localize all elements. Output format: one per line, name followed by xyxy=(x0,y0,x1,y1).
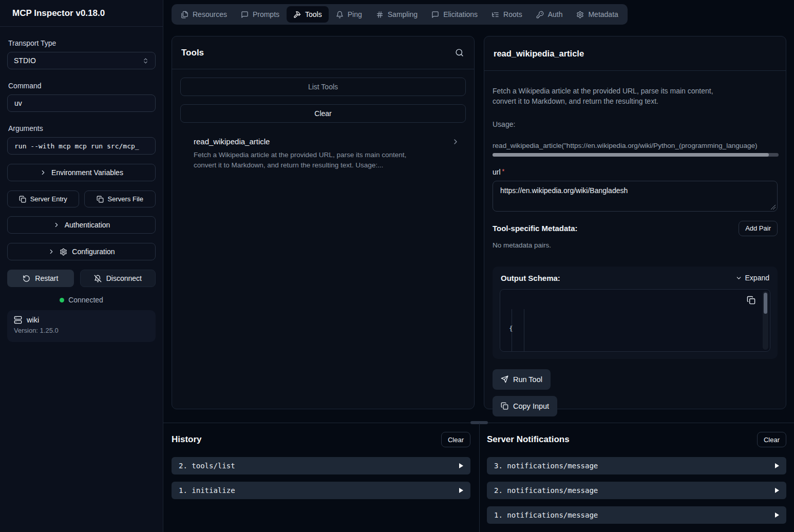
authentication-button[interactable]: Authentication xyxy=(7,216,156,234)
vertical-split-divider xyxy=(479,423,480,532)
notification-row[interactable]: 3. notifications/message xyxy=(487,457,786,474)
usage-label: Usage: xyxy=(493,120,778,128)
copy-icon xyxy=(97,196,104,203)
play-icon xyxy=(459,463,463,468)
arguments-label: Arguments xyxy=(8,124,155,132)
code-line: { xyxy=(509,322,749,335)
clear-notifications-button[interactable]: Clear xyxy=(757,432,786,447)
hammer-icon xyxy=(293,11,301,18)
output-schema-card: Output Schema: Expand { type: "object" p… xyxy=(493,267,778,359)
disconnect-button[interactable]: Disconnect xyxy=(80,270,156,287)
notification-row[interactable]: 2. notifications/message xyxy=(487,482,786,499)
transport-type-select[interactable]: STDIO xyxy=(7,52,156,69)
tool-description: Fetch a Wikipedia article at the provide… xyxy=(194,150,431,171)
copy-icon xyxy=(19,196,26,203)
run-tool-button[interactable]: Run Tool xyxy=(493,369,551,390)
list-tree-icon xyxy=(491,11,499,18)
clear-history-button[interactable]: Clear xyxy=(441,432,470,447)
server-version: Version: 1.25.0 xyxy=(14,327,149,334)
tools-panel: Tools List Tools Clear read_wikipedia_ar… xyxy=(172,36,475,409)
play-icon xyxy=(775,512,779,518)
vertical-scrollbar[interactable] xyxy=(763,291,768,350)
server-notifications-panel: Server Notifications Clear 3. notificati… xyxy=(487,431,786,531)
command-label: Command xyxy=(8,82,155,90)
transport-type-label: Transport Type xyxy=(8,39,155,47)
configuration-button[interactable]: Configuration xyxy=(7,243,156,260)
no-metadata-text: No metadata pairs. xyxy=(493,241,778,249)
search-icon[interactable] xyxy=(454,47,465,58)
chevrons-up-down-icon xyxy=(142,58,149,64)
tab-tools[interactable]: Tools xyxy=(287,6,329,23)
history-panel: History Clear 2. tools/list 1. initializ… xyxy=(172,431,470,506)
tab-prompts[interactable]: Prompts xyxy=(234,6,286,23)
clear-tools-button[interactable]: Clear xyxy=(180,104,466,123)
history-row[interactable]: 2. tools/list xyxy=(172,457,470,474)
files-icon xyxy=(181,11,188,18)
tab-ping[interactable]: Ping xyxy=(329,6,369,23)
play-icon xyxy=(775,488,779,493)
tool-detail-panel: read_wikipedia_article Fetch a Wikipedia… xyxy=(484,36,786,409)
status-dot xyxy=(60,298,64,302)
tab-sampling[interactable]: Sampling xyxy=(369,6,424,23)
tab-metadata[interactable]: Metadata xyxy=(570,6,625,23)
gear-icon xyxy=(576,11,584,18)
url-input[interactable]: https://en.wikipedia.org/wiki/Bangladesh xyxy=(493,181,778,212)
arguments-input[interactable] xyxy=(7,137,156,155)
detail-title: read_wikipedia_article xyxy=(494,49,584,59)
chevron-right-icon xyxy=(40,169,47,176)
usage-code: read_wikipedia_article("https://en.wikip… xyxy=(493,142,779,149)
play-icon xyxy=(459,488,463,493)
url-field-label: url xyxy=(493,168,501,176)
tab-elicitations[interactable]: Elicitations xyxy=(425,6,484,23)
app-title: MCP Inspector v0.18.0 xyxy=(0,0,163,27)
restart-icon xyxy=(23,275,30,282)
metadata-label: Tool-specific Metadata: xyxy=(493,224,578,233)
server-icon xyxy=(14,316,22,324)
restart-button[interactable]: Restart xyxy=(7,270,74,287)
servers-file-button[interactable]: Servers File xyxy=(84,191,156,207)
add-pair-button[interactable]: Add Pair xyxy=(739,221,778,236)
server-name: wiki xyxy=(27,316,39,324)
message-square-icon xyxy=(431,11,439,18)
copy-icon xyxy=(501,402,508,410)
copy-input-button[interactable]: Copy Input xyxy=(493,396,557,416)
chevron-down-icon xyxy=(735,275,742,281)
server-card: wiki Version: 1.25.0 xyxy=(7,310,156,342)
output-schema-label: Output Schema: xyxy=(501,274,560,282)
bell-icon xyxy=(336,11,344,18)
tool-list-item[interactable]: read_wikipedia_article Fetch a Wikipedia… xyxy=(180,137,466,171)
copy-schema-icon[interactable] xyxy=(747,296,755,305)
tools-panel-title: Tools xyxy=(181,48,204,58)
list-tools-button[interactable]: List Tools xyxy=(180,78,466,96)
play-icon xyxy=(775,463,779,468)
detail-description: Fetch a Wikipedia article at the provide… xyxy=(493,86,734,107)
history-title: History xyxy=(172,434,202,445)
schema-code-block: { type: "object" properties: { result: {… xyxy=(500,289,770,352)
tab-resources[interactable]: Resources xyxy=(174,6,234,23)
send-icon xyxy=(501,375,508,383)
notification-row[interactable]: 1. notifications/message xyxy=(487,506,786,524)
environment-variables-button[interactable]: Environment Variables xyxy=(7,164,156,181)
tool-name: read_wikipedia_article xyxy=(194,137,270,146)
main-tabbar: Resources Prompts Tools Ping Sampling El… xyxy=(172,4,628,25)
chevron-right-icon xyxy=(48,248,55,255)
chevron-right-icon xyxy=(53,221,60,229)
indent-guide xyxy=(524,309,524,351)
message-square-icon xyxy=(241,11,249,18)
indent-guide xyxy=(512,309,512,351)
transport-type-value: STDIO xyxy=(14,56,36,65)
horizontal-scrollbar[interactable] xyxy=(493,153,779,157)
server-entry-button[interactable]: Server Entry xyxy=(7,191,79,207)
key-icon xyxy=(536,11,544,18)
tab-roots[interactable]: Roots xyxy=(485,6,529,23)
history-row[interactable]: 1. initialize xyxy=(172,482,470,499)
expand-schema-button[interactable]: Expand xyxy=(735,274,769,282)
command-input[interactable] xyxy=(7,94,156,112)
connection-status: Connected xyxy=(7,296,156,304)
bell-off-icon xyxy=(94,275,102,282)
notifications-title: Server Notifications xyxy=(487,434,570,445)
chevron-right-icon xyxy=(451,138,460,146)
gear-icon xyxy=(60,248,67,256)
tab-auth[interactable]: Auth xyxy=(530,6,570,23)
hash-icon xyxy=(376,11,384,18)
